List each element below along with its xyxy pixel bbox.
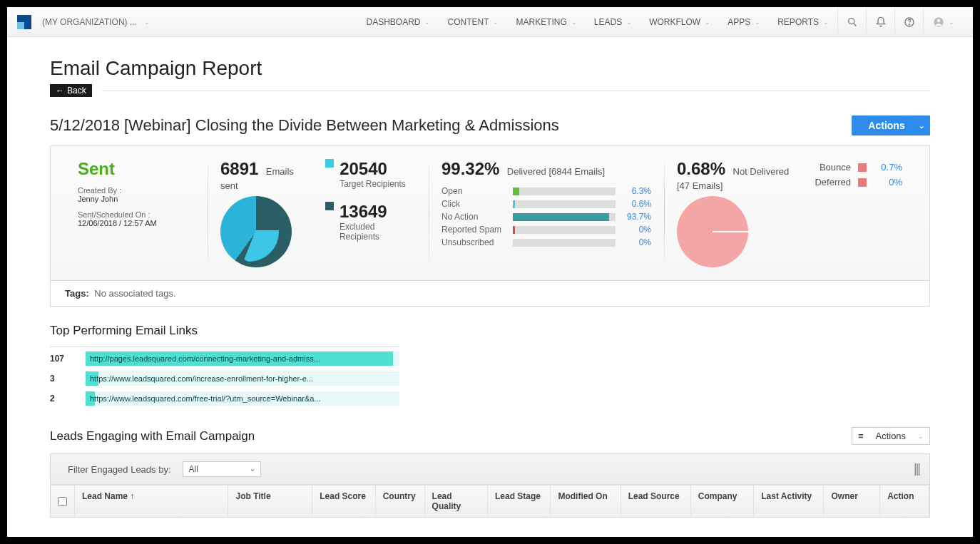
divider [50,347,399,347]
tags-label: Tags: [65,288,89,299]
excluded-recipients-label: Excluded Recipients [340,222,416,242]
metric-label: Open [441,186,513,196]
chevron-down-icon: ⌄ [705,19,710,26]
column-header[interactable]: Lead Stage [488,486,551,517]
nav-workflow[interactable]: WORKFLOW⌄ [640,7,719,37]
target-recipients-count: 20540 [340,159,406,179]
delivered-row: Open6.3% [441,186,651,196]
metric-value: 0.6% [620,199,651,209]
column-header[interactable]: Lead Name ↑ [75,486,228,517]
delivered-row: No Action93.7% [441,212,651,222]
sent-on-label: Sent/Scheduled On : [78,210,195,219]
chevron-down-icon: ⌄ [918,433,924,440]
svg-point-5 [936,19,939,21]
leads-table-header: Lead Name ↑Job TitleLead ScoreCountryLea… [51,485,929,517]
tags-value: No associated tags. [94,288,175,299]
not-delivered-legend: Bounce0.7%Deferred0% [815,162,902,188]
column-header[interactable]: Action [880,486,929,517]
column-header[interactable]: Lead Source [621,486,691,517]
top-nav: (MY ORGANIZATION) ... ⌄ DASHBOARD⌄CONTEN… [7,7,973,37]
org-switcher[interactable]: (MY ORGANIZATION) ... ⌄ [42,17,150,27]
delivered-row: Reported Spam0% [441,225,651,235]
column-header[interactable]: Modified On [551,486,621,517]
bar-track [513,188,616,195]
column-header[interactable]: Lead Quality [425,486,488,517]
column-header[interactable]: Job Title [228,486,312,517]
link-count: 107 [50,354,71,364]
svg-point-3 [909,24,909,24]
filter-select[interactable]: All [183,461,261,477]
not-delivered-row: Deferred0% [815,177,902,188]
menu-icon: ≡ [858,431,864,441]
help-icon[interactable] [894,7,923,37]
link-bar[interactable]: https://www.leadsquared.com/increase-enr… [86,371,399,386]
search-icon[interactable] [837,7,866,37]
created-by: Jenny John [78,195,195,203]
actions-label: Actions [868,120,904,131]
delivered-pct: 99.32% [441,159,499,178]
link-bar[interactable]: https://www.leadsquared.com/free-trial/?… [86,391,399,406]
actions-button[interactable]: Actions ⌄ [852,116,930,135]
metric-value: 93.7% [620,212,651,222]
chevron-down-icon: ⌄ [626,19,632,26]
filter-label: Filter Engaged Leads by: [68,464,171,475]
chevron-down-icon: ⌄ [755,19,760,26]
user-menu[interactable]: ⌄ [923,7,963,37]
org-name: (MY ORGANIZATION) ... [42,17,137,27]
target-recipients-label: Target Recipients [340,179,406,189]
nav-reports[interactable]: REPORTS⌄ [769,7,837,37]
bell-icon[interactable] [866,7,894,37]
chevron-down-icon: ⌄ [144,19,150,26]
bar-track [513,200,616,208]
not-delivered-pie-chart [677,196,748,267]
metric-value: 0% [620,237,651,247]
status-value: Sent [78,159,195,179]
metric-label: Unsubscribed [441,237,513,247]
tags-bar: Tags: No associated tags. [50,281,930,307]
metric-value: 6.3% [620,186,651,196]
leads-heading: Leads Engaging with Email Campaign [50,429,255,443]
metric-label: No Action [441,212,513,222]
link-row: 2https://www.leadsquared.com/free-trial/… [50,391,930,406]
link-row: 3https://www.leadsquared.com/increase-en… [50,371,930,386]
filter-value: All [189,464,198,474]
sent-on: 12/06/2018 / 12:57 AM [78,219,195,227]
chevron-down-icon: ⌄ [949,19,954,26]
delivered-row: Unsubscribed0% [441,237,651,247]
column-header[interactable]: Last Activity [754,486,824,517]
link-row: 107http://pages.leadsquared.com/connecti… [50,351,930,366]
arrow-left-icon: ← [56,86,64,96]
chevron-down-icon: ⌄ [823,19,829,26]
svg-point-0 [848,18,854,24]
delivered-sub: Delivered [6844 Emails] [507,166,605,177]
legend-square [325,202,334,210]
column-header[interactable]: Company [691,486,754,517]
link-url: https://www.leadsquared.com/free-trial/?… [90,391,321,406]
nav-apps[interactable]: APPS⌄ [719,7,769,37]
svg-line-1 [854,24,856,26]
back-button[interactable]: ← Back [50,84,92,97]
legend-square [858,163,867,172]
top-links-heading: Top Performing Email Links [50,324,930,338]
chevron-down-icon: ⌄ [493,19,499,26]
leads-actions-label: Actions [875,431,906,441]
link-bar[interactable]: http://pages.leadsquared.com/connecting-… [86,351,399,366]
delivered-row: Click0.6% [441,199,651,209]
select-all-checkbox[interactable] [51,486,75,517]
columns-icon[interactable]: ||| [914,461,919,476]
emails-sent-count: 6891 [220,159,258,178]
link-url: http://pages.leadsquared.com/connecting-… [90,351,320,366]
link-count: 3 [50,374,71,384]
column-header[interactable]: Lead Score [312,486,375,517]
column-header[interactable]: Owner [824,486,880,517]
leads-actions-button[interactable]: ≡ Actions ⌄ [852,427,930,445]
nav-dashboard[interactable]: DASHBOARD⌄ [357,7,439,37]
metric-value: 0% [620,225,651,235]
nav-content[interactable]: CONTENT⌄ [439,7,507,37]
metric-label: Click [441,199,513,209]
bar-track [513,239,616,247]
column-header[interactable]: Country [376,486,425,517]
nav-leads[interactable]: LEADS⌄ [586,7,640,37]
nav-marketing[interactable]: MARKETING⌄ [507,7,585,37]
campaign-title: 5/12/2018 [Webinar] Closing the Divide B… [50,116,559,135]
